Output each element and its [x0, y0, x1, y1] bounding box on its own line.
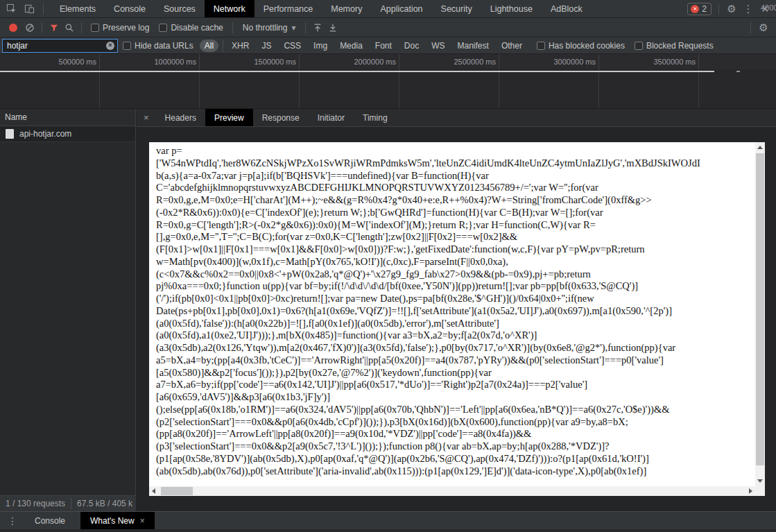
code-line: C='abcdefghijklmnopqrstuvwxyzABCDEFGHIJK…	[156, 182, 755, 194]
checkbox-box[interactable]	[537, 42, 545, 50]
scrollbar-corner	[755, 486, 765, 496]
error-count-badge[interactable]: ✕ 2	[687, 3, 712, 15]
main-tab[interactable]: Performance	[255, 0, 322, 17]
divider	[42, 22, 42, 33]
main-tab[interactable]: Sources	[155, 0, 205, 17]
horizontal-scrollbar[interactable]	[149, 486, 755, 496]
drawer-tab[interactable]: What's New ×	[80, 512, 155, 529]
request-table-panel: Name api-hotjar.com	[0, 109, 136, 495]
overview-load-line	[0, 71, 714, 72]
record-network-log-button[interactable]	[9, 24, 17, 32]
checkbox-box[interactable]	[91, 24, 99, 32]
main-tab[interactable]: Lighthouse	[481, 0, 542, 17]
checkbox-box[interactable]	[159, 24, 167, 32]
divider	[232, 22, 233, 33]
scroll-down-arrow-icon[interactable]	[757, 479, 763, 483]
resource-type-filter[interactable]: CSS	[279, 40, 306, 52]
detail-tab[interactable]: Initiator	[309, 109, 354, 126]
network-overview-strip[interactable]	[0, 69, 776, 109]
detail-tab[interactable]: Headers	[156, 109, 205, 126]
checkbox-box[interactable]	[123, 42, 131, 50]
filter-funnel-icon[interactable]	[46, 20, 62, 35]
devtools-main-tabbar: ElementsConsoleSourcesNetworkPerformance…	[0, 0, 776, 18]
drawer-menu-kebab-icon[interactable]: ⋮	[0, 512, 25, 529]
main-tab[interactable]: Application	[371, 0, 431, 17]
blocked-requests-checkbox[interactable]: Blocked Requests	[635, 41, 714, 51]
scroll-left-arrow-icon[interactable]	[152, 488, 155, 494]
resource-type-filter[interactable]: Media	[335, 40, 368, 52]
resource-type-filter[interactable]: JS	[257, 40, 276, 52]
detail-tab[interactable]: Response	[253, 109, 309, 126]
import-har-icon[interactable]	[310, 20, 325, 35]
disable-cache-checkbox[interactable]: Disable cache	[159, 23, 223, 33]
resource-type-filter[interactable]: Doc	[399, 40, 424, 52]
checkbox-box[interactable]	[635, 42, 643, 50]
main-tab[interactable]: Console	[105, 0, 155, 17]
divider	[718, 3, 719, 15]
code-line: [a6(0x659,'dAV5')]&&p3[a6(0x1b3,'jF]y')]	[156, 391, 755, 404]
main-tab[interactable]: Memory	[322, 0, 371, 17]
disable-cache-label: Disable cache	[171, 23, 223, 33]
drawer-tab-label: What's New	[90, 516, 135, 526]
clear-network-log-icon[interactable]	[22, 20, 37, 35]
timeline-tick-label: 3000000 ms	[499, 54, 599, 69]
throttling-dropdown[interactable]: No throttling ▾	[243, 23, 296, 33]
detail-tabs: HeadersPreviewResponseInitiatorTiming	[156, 109, 397, 126]
resource-type-filter[interactable]: All	[200, 40, 218, 52]
settings-gear-icon[interactable]: ⚙	[723, 0, 740, 17]
device-toolbar-icon[interactable]	[21, 0, 37, 17]
resource-type-filter[interactable]: WS	[426, 40, 449, 52]
code-line: (p3['selectionStart']===0x0&&p2[a9(0x5c7…	[156, 440, 755, 453]
scroll-right-arrow-icon[interactable]	[749, 488, 752, 494]
devtools-window: ElementsConsoleSourcesNetworkPerformance…	[0, 0, 776, 532]
chevron-down-icon: ▾	[291, 23, 295, 33]
main-tab[interactable]: AdBlock	[542, 0, 592, 17]
code-line: (a0(0x5fd),a1(0xe2,'UI]J')));},m[bX(0x48…	[156, 329, 755, 342]
horizontal-scrollbar-thumb[interactable]	[161, 487, 193, 495]
vertical-scrollbar[interactable]	[755, 142, 765, 486]
divider	[750, 22, 751, 33]
search-icon[interactable]	[62, 20, 77, 35]
throttling-value: No throttling	[243, 23, 288, 33]
resource-type-filter[interactable]: Font	[370, 40, 397, 52]
drawer-tab[interactable]: Console	[25, 512, 80, 529]
code-line: (c<0x7&&c%0x2==0x0||0x8<'+pW(0x2a8,'q*@Q…	[156, 268, 755, 281]
scroll-up-arrow-icon[interactable]	[757, 146, 763, 149]
resource-type-filter[interactable]: Img	[309, 40, 332, 52]
name-column-header[interactable]: Name	[0, 109, 135, 126]
resource-type-filters: AllXHRJSCSSImgMediaFontDocWSManifestOthe…	[198, 40, 528, 52]
main-tab[interactable]: Network	[205, 0, 255, 17]
code-line: [],g=0x0,e,M='',T='';C=B(C);for(var z=0x…	[156, 231, 755, 243]
has-blocked-cookies-label: Has blocked cookies	[549, 41, 625, 51]
main-tab[interactable]: Elements	[51, 0, 105, 17]
code-line: ('/');if(pb[0x0]<0x1||pb[0x0]>0xc)return…	[156, 293, 755, 305]
hide-data-urls-checkbox[interactable]: Hide data URLs	[123, 41, 193, 51]
close-detail-pane-icon[interactable]: ×	[137, 109, 156, 126]
vertical-scrollbar-thumb[interactable]	[756, 153, 764, 465]
main-tab[interactable]: Security	[432, 0, 481, 17]
inspect-element-icon[interactable]	[3, 0, 19, 17]
resource-type-filter[interactable]: Manifest	[453, 40, 494, 52]
code-line: var p=	[156, 145, 755, 157]
code-line: b(a,s){a=a-0x7a;var j=p[a];if(b['BQHSVk'…	[156, 170, 755, 182]
drawer-tab-close-icon[interactable]: ×	[140, 516, 145, 526]
detail-tab[interactable]: Timing	[354, 109, 397, 126]
resource-type-filter[interactable]: Other	[497, 40, 527, 52]
network-settings-gear-icon[interactable]: ⚙	[755, 22, 772, 34]
more-options-kebab-icon[interactable]: ⋮	[740, 0, 757, 17]
filter-input[interactable]	[7, 41, 106, 51]
clear-filter-icon[interactable]: ×	[106, 42, 114, 50]
request-row-api-hotjar[interactable]: api-hotjar.com	[0, 126, 135, 142]
timeline-tick-label: 1000000 ms	[100, 54, 200, 69]
detail-tab[interactable]: Preview	[205, 109, 253, 126]
export-har-icon[interactable]	[325, 20, 340, 35]
drawer-content-edge	[0, 529, 776, 532]
timeline-tick-label: 500000 ms	[0, 54, 100, 69]
preserve-log-checkbox[interactable]: Preserve log	[91, 23, 149, 33]
timeline-tick-label-partial: 4000	[761, 0, 776, 15]
code-line: (-0x2*R&0x6)):0x0){e=C['indexOf'](e);}re…	[156, 207, 755, 219]
resource-type-filter[interactable]: XHR	[223, 40, 254, 52]
has-blocked-cookies-checkbox[interactable]: Has blocked cookies	[537, 41, 625, 51]
code-line: (F[0x1]>w[0x1]||F[0x1]===w[0x1]&&F[0x0]>…	[156, 243, 755, 256]
code-line: (p2['selectionStart']===0x0&&p0[a6(0x4db…	[156, 416, 755, 429]
